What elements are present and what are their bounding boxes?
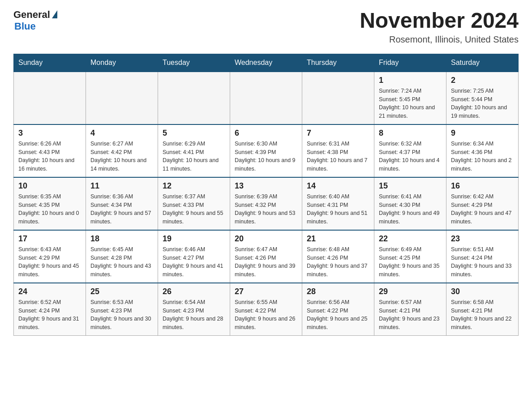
- day-number: 12: [163, 181, 225, 191]
- day-number: 21: [307, 234, 369, 244]
- day-number: 19: [163, 234, 225, 244]
- calendar-day-cell: 8Sunrise: 6:32 AMSunset: 4:37 PMDaylight…: [374, 124, 446, 177]
- day-info: Sunrise: 6:58 AMSunset: 4:21 PMDaylight:…: [451, 298, 514, 332]
- day-number: 26: [163, 287, 225, 296]
- day-number: 20: [235, 234, 297, 244]
- calendar-day-cell: 26Sunrise: 6:54 AMSunset: 4:23 PMDayligh…: [158, 283, 230, 336]
- day-number: 18: [90, 234, 153, 244]
- day-info: Sunrise: 6:55 AMSunset: 4:22 PMDaylight:…: [235, 298, 297, 332]
- calendar-day-cell: [158, 72, 230, 124]
- day-info: Sunrise: 6:54 AMSunset: 4:23 PMDaylight:…: [163, 298, 225, 332]
- day-number: 4: [90, 128, 153, 138]
- day-info: Sunrise: 6:41 AMSunset: 4:30 PMDaylight:…: [379, 193, 442, 226]
- day-number: 23: [451, 234, 514, 244]
- calendar-weekday-header: Sunday: [14, 54, 86, 72]
- day-info: Sunrise: 6:49 AMSunset: 4:25 PMDaylight:…: [379, 245, 442, 279]
- calendar-day-cell: 14Sunrise: 6:40 AMSunset: 4:31 PMDayligh…: [302, 177, 374, 230]
- calendar-day-cell: 21Sunrise: 6:48 AMSunset: 4:26 PMDayligh…: [302, 230, 374, 283]
- calendar-day-cell: 18Sunrise: 6:45 AMSunset: 4:28 PMDayligh…: [86, 230, 158, 283]
- calendar-week-row: 10Sunrise: 6:35 AMSunset: 4:35 PMDayligh…: [14, 177, 519, 230]
- calendar-weekday-header: Monday: [86, 54, 158, 72]
- day-number: 6: [235, 128, 297, 138]
- day-number: 11: [90, 181, 153, 191]
- calendar-day-cell: [230, 72, 302, 124]
- calendar-table: SundayMondayTuesdayWednesdayThursdayFrid…: [13, 54, 519, 336]
- calendar-day-cell: 6Sunrise: 6:30 AMSunset: 4:39 PMDaylight…: [230, 124, 302, 177]
- day-number: 13: [235, 181, 297, 191]
- calendar-title: November 2024: [360, 9, 519, 33]
- day-number: 22: [379, 234, 442, 244]
- calendar-day-cell: 17Sunrise: 6:43 AMSunset: 4:29 PMDayligh…: [14, 230, 86, 283]
- calendar-day-cell: 5Sunrise: 6:29 AMSunset: 4:41 PMDaylight…: [158, 124, 230, 177]
- day-info: Sunrise: 6:43 AMSunset: 4:29 PMDaylight:…: [18, 245, 81, 279]
- day-info: Sunrise: 6:57 AMSunset: 4:21 PMDaylight:…: [379, 298, 442, 332]
- calendar-day-cell: 2Sunrise: 7:25 AMSunset: 5:44 PMDaylight…: [446, 72, 519, 124]
- day-info: Sunrise: 6:46 AMSunset: 4:27 PMDaylight:…: [163, 245, 225, 279]
- day-number: 25: [90, 287, 153, 296]
- day-number: 16: [451, 181, 514, 191]
- calendar-day-cell: [302, 72, 374, 124]
- calendar-week-row: 1Sunrise: 7:24 AMSunset: 5:45 PMDaylight…: [14, 72, 519, 124]
- day-info: Sunrise: 6:56 AMSunset: 4:22 PMDaylight:…: [307, 298, 369, 332]
- day-number: 30: [451, 287, 514, 296]
- day-number: 14: [307, 181, 369, 191]
- day-info: Sunrise: 6:35 AMSunset: 4:35 PMDaylight:…: [18, 193, 81, 226]
- day-info: Sunrise: 6:27 AMSunset: 4:42 PMDaylight:…: [90, 140, 153, 173]
- day-number: 24: [18, 287, 81, 296]
- calendar-day-cell: 9Sunrise: 6:34 AMSunset: 4:36 PMDaylight…: [446, 124, 519, 177]
- logo-triangle-icon: [52, 10, 57, 18]
- day-info: Sunrise: 6:47 AMSunset: 4:26 PMDaylight:…: [235, 245, 297, 279]
- day-number: 15: [379, 181, 442, 191]
- day-info: Sunrise: 6:48 AMSunset: 4:26 PMDaylight:…: [307, 245, 369, 279]
- logo[interactable]: General Blue: [13, 9, 57, 32]
- day-info: Sunrise: 6:32 AMSunset: 4:37 PMDaylight:…: [379, 140, 442, 173]
- calendar-day-cell: 11Sunrise: 6:36 AMSunset: 4:34 PMDayligh…: [86, 177, 158, 230]
- calendar-day-cell: 12Sunrise: 6:37 AMSunset: 4:33 PMDayligh…: [158, 177, 230, 230]
- calendar-day-cell: 16Sunrise: 6:42 AMSunset: 4:29 PMDayligh…: [446, 177, 519, 230]
- calendar-day-cell: 28Sunrise: 6:56 AMSunset: 4:22 PMDayligh…: [302, 283, 374, 336]
- day-info: Sunrise: 6:37 AMSunset: 4:33 PMDaylight:…: [163, 193, 225, 226]
- day-info: Sunrise: 6:29 AMSunset: 4:41 PMDaylight:…: [163, 140, 225, 173]
- calendar-day-cell: 22Sunrise: 6:49 AMSunset: 4:25 PMDayligh…: [374, 230, 446, 283]
- day-info: Sunrise: 6:52 AMSunset: 4:24 PMDaylight:…: [18, 298, 81, 332]
- calendar-day-cell: 29Sunrise: 6:57 AMSunset: 4:21 PMDayligh…: [374, 283, 446, 336]
- day-info: Sunrise: 7:25 AMSunset: 5:44 PMDaylight:…: [451, 87, 514, 120]
- calendar-weekday-header: Wednesday: [230, 54, 302, 72]
- page-header: General Blue November 2024 Rosemont, Ill…: [13, 9, 519, 45]
- calendar-day-cell: 24Sunrise: 6:52 AMSunset: 4:24 PMDayligh…: [14, 283, 86, 336]
- day-info: Sunrise: 6:51 AMSunset: 4:24 PMDaylight:…: [451, 245, 514, 279]
- day-number: 8: [379, 128, 442, 138]
- day-info: Sunrise: 6:34 AMSunset: 4:36 PMDaylight:…: [451, 140, 514, 173]
- calendar-day-cell: 27Sunrise: 6:55 AMSunset: 4:22 PMDayligh…: [230, 283, 302, 336]
- calendar-day-cell: 23Sunrise: 6:51 AMSunset: 4:24 PMDayligh…: [446, 230, 519, 283]
- day-info: Sunrise: 6:30 AMSunset: 4:39 PMDaylight:…: [235, 140, 297, 173]
- calendar-day-cell: 20Sunrise: 6:47 AMSunset: 4:26 PMDayligh…: [230, 230, 302, 283]
- day-number: 10: [18, 181, 81, 191]
- calendar-weekday-header: Saturday: [446, 54, 519, 72]
- day-info: Sunrise: 6:39 AMSunset: 4:32 PMDaylight:…: [235, 193, 297, 226]
- calendar-day-cell: 13Sunrise: 6:39 AMSunset: 4:32 PMDayligh…: [230, 177, 302, 230]
- calendar-header-row: SundayMondayTuesdayWednesdayThursdayFrid…: [14, 54, 519, 72]
- location-subtitle: Rosemont, Illinois, United States: [360, 34, 519, 45]
- calendar-day-cell: 10Sunrise: 6:35 AMSunset: 4:35 PMDayligh…: [14, 177, 86, 230]
- calendar-weekday-header: Friday: [374, 54, 446, 72]
- calendar-day-cell: [86, 72, 158, 124]
- day-info: Sunrise: 6:45 AMSunset: 4:28 PMDaylight:…: [90, 245, 153, 279]
- day-info: Sunrise: 6:53 AMSunset: 4:23 PMDaylight:…: [90, 298, 153, 332]
- day-number: 29: [379, 287, 442, 296]
- day-info: Sunrise: 6:36 AMSunset: 4:34 PMDaylight:…: [90, 193, 153, 226]
- calendar-day-cell: 4Sunrise: 6:27 AMSunset: 4:42 PMDaylight…: [86, 124, 158, 177]
- title-block: November 2024 Rosemont, Illinois, United…: [360, 9, 519, 45]
- day-number: 7: [307, 128, 369, 138]
- day-info: Sunrise: 6:42 AMSunset: 4:29 PMDaylight:…: [451, 193, 514, 226]
- logo-blue-text: Blue: [14, 21, 36, 32]
- calendar-day-cell: 30Sunrise: 6:58 AMSunset: 4:21 PMDayligh…: [446, 283, 519, 336]
- logo-general-text: General: [13, 9, 50, 21]
- day-info: Sunrise: 6:31 AMSunset: 4:38 PMDaylight:…: [307, 140, 369, 173]
- day-number: 2: [451, 76, 514, 85]
- day-number: 3: [18, 128, 81, 138]
- day-number: 5: [163, 128, 225, 138]
- calendar-day-cell: 19Sunrise: 6:46 AMSunset: 4:27 PMDayligh…: [158, 230, 230, 283]
- calendar-day-cell: 15Sunrise: 6:41 AMSunset: 4:30 PMDayligh…: [374, 177, 446, 230]
- calendar-week-row: 24Sunrise: 6:52 AMSunset: 4:24 PMDayligh…: [14, 283, 519, 336]
